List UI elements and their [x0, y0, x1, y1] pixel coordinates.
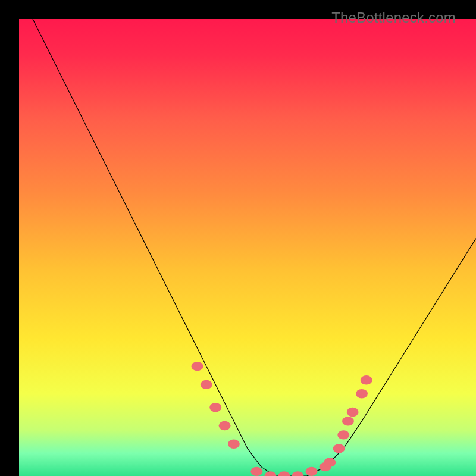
- marker-dot: [347, 408, 359, 416]
- marker-dot: [306, 467, 318, 476]
- marker-dot: [324, 458, 336, 466]
- marker-dot: [228, 440, 240, 449]
- bottleneck-chart: [19, 19, 476, 476]
- marker-dot: [333, 444, 345, 453]
- watermark-text: TheBottleneck.com: [331, 10, 456, 26]
- marker-dot: [250, 467, 262, 476]
- marker-dot: [209, 403, 221, 412]
- marker-dot: [201, 380, 212, 389]
- gradient-background: [19, 19, 476, 476]
- marker-dot: [192, 362, 203, 371]
- marker-dot: [361, 375, 372, 384]
- chart-frame: TheBottleneck.com: [10, 10, 466, 466]
- marker-dot: [337, 430, 349, 439]
- marker-dot: [356, 389, 368, 398]
- marker-dot: [219, 421, 231, 430]
- marker-dot: [342, 416, 354, 425]
